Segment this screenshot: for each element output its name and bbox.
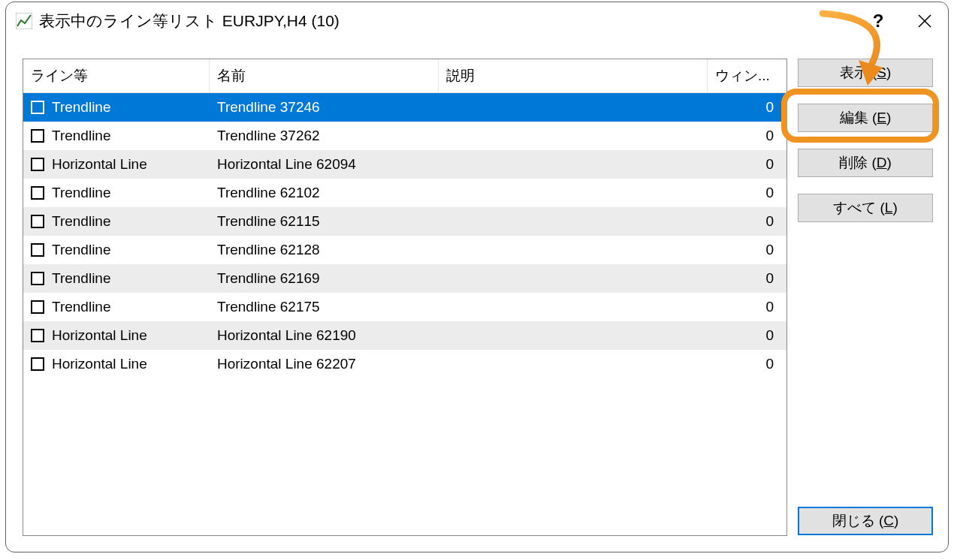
cell-description (439, 122, 708, 150)
row-checkbox[interactable] (31, 129, 44, 143)
list-row[interactable]: TrendlineTrendline 621280 (23, 236, 786, 264)
cell-window: 0 (708, 179, 783, 207)
cell-description (439, 293, 708, 321)
cell-description (439, 264, 708, 293)
list-body: TrendlineTrendline 372460TrendlineTrendl… (23, 93, 786, 378)
cell-type-label: Trendline (52, 299, 111, 315)
objects-list-dialog: 表示中のライン等リスト EURJPY,H4 (10) ? ライン等 名前 説明 … (5, 2, 949, 552)
help-button[interactable]: ? (855, 2, 901, 40)
list-row[interactable]: TrendlineTrendline 621150 (23, 207, 786, 236)
row-checkbox[interactable] (31, 158, 44, 171)
header-type[interactable]: ライン等 (23, 59, 210, 92)
cell-type-label: Trendline (52, 128, 111, 144)
close-button[interactable]: 閉じる (C) (798, 507, 933, 535)
cell-name: Trendline 37246 (210, 93, 439, 122)
cell-description (439, 236, 708, 264)
cell-description (439, 179, 708, 207)
row-checkbox[interactable] (31, 357, 44, 371)
cell-type: Horizontal Line (23, 350, 210, 378)
cell-name: Trendline 62128 (210, 236, 439, 264)
row-checkbox[interactable] (31, 300, 44, 314)
row-checkbox[interactable] (31, 215, 44, 228)
row-checkbox[interactable] (31, 272, 44, 285)
close-button-wrap: 閉じる (C) (798, 507, 933, 535)
cell-name: Horizontal Line 62094 (210, 150, 439, 179)
cell-name: Trendline 62175 (210, 293, 439, 321)
cell-name: Horizontal Line 62207 (210, 350, 439, 378)
cell-type: Horizontal Line (23, 150, 210, 179)
side-buttons: 表示 (S) 編集 (E) 削除 (D) すべて (L) (798, 59, 933, 222)
list-row[interactable]: TrendlineTrendline 621690 (23, 264, 786, 293)
window-title: 表示中のライン等リスト EURJPY,H4 (10) (39, 11, 855, 32)
cell-type-label: Trendline (52, 99, 111, 116)
cell-name: Trendline 62102 (210, 179, 439, 207)
list-row[interactable]: TrendlineTrendline 621750 (23, 293, 786, 321)
cell-type: Trendline (23, 179, 210, 207)
list-row[interactable]: TrendlineTrendline 372460 (23, 93, 786, 122)
cell-type: Trendline (23, 122, 210, 150)
cell-name: Trendline 62115 (210, 207, 439, 236)
list-row[interactable]: TrendlineTrendline 621020 (23, 179, 786, 207)
close-icon (918, 14, 931, 28)
cell-type: Trendline (23, 264, 210, 293)
cell-name: Trendline 37262 (210, 122, 439, 150)
cell-description (439, 321, 708, 350)
cell-name: Trendline 62169 (210, 264, 439, 293)
cell-description (439, 350, 708, 378)
edit-button[interactable]: 編集 (E) (798, 104, 933, 132)
row-checkbox[interactable] (31, 329, 44, 342)
delete-button[interactable]: 削除 (D) (798, 149, 933, 177)
window-close-button[interactable] (901, 2, 948, 40)
list-row[interactable]: Horizontal LineHorizontal Line 622070 (23, 350, 786, 378)
cell-window: 0 (708, 321, 783, 350)
row-checkbox[interactable] (31, 243, 44, 257)
cell-window: 0 (708, 293, 783, 321)
cell-type-label: Horizontal Line (52, 356, 147, 372)
cell-type-label: Trendline (52, 242, 111, 258)
cell-window: 0 (708, 207, 783, 236)
header-window[interactable]: ウィン... (708, 59, 783, 92)
cell-window: 0 (708, 93, 783, 122)
cell-description (439, 150, 708, 179)
cell-description (439, 207, 708, 236)
show-button[interactable]: 表示 (S) (798, 59, 933, 87)
cell-type-label: Horizontal Line (52, 327, 147, 344)
cell-type: Trendline (23, 236, 210, 264)
cell-type: Trendline (23, 293, 210, 321)
cell-type: Trendline (23, 93, 210, 122)
titlebar: 表示中のライン等リスト EURJPY,H4 (10) ? (6, 2, 948, 40)
cell-window: 0 (708, 150, 783, 179)
list-row[interactable]: Horizontal LineHorizontal Line 620940 (23, 150, 786, 179)
objects-list: ライン等 名前 説明 ウィン... TrendlineTrendline 372… (23, 59, 787, 536)
header-description[interactable]: 説明 (439, 59, 708, 92)
row-checkbox[interactable] (31, 101, 44, 114)
cell-window: 0 (708, 122, 783, 150)
cell-type-label: Trendline (52, 270, 111, 287)
cell-description (439, 93, 708, 122)
header-name[interactable]: 名前 (210, 59, 439, 92)
cell-type-label: Horizontal Line (52, 156, 147, 173)
cell-type: Horizontal Line (23, 321, 210, 350)
cell-window: 0 (708, 264, 783, 293)
cell-type-label: Trendline (52, 213, 111, 230)
row-checkbox[interactable] (31, 186, 44, 200)
list-row[interactable]: TrendlineTrendline 372620 (23, 122, 786, 150)
cell-type-label: Trendline (52, 185, 111, 201)
cell-window: 0 (708, 236, 783, 264)
app-icon (15, 12, 33, 30)
cell-name: Horizontal Line 62190 (210, 321, 439, 350)
list-header: ライン等 名前 説明 ウィン... (23, 59, 786, 93)
content-area: ライン等 名前 説明 ウィン... TrendlineTrendline 372… (23, 59, 931, 535)
cell-window: 0 (708, 350, 783, 378)
select-all-button[interactable]: すべて (L) (798, 194, 933, 222)
cell-type: Trendline (23, 207, 210, 236)
list-row[interactable]: Horizontal LineHorizontal Line 621900 (23, 321, 786, 350)
